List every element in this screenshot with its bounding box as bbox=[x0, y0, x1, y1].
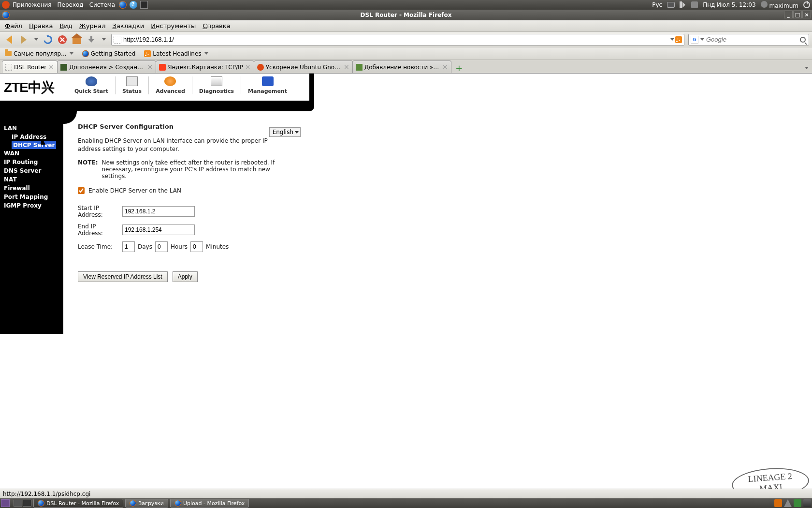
tab-yandex[interactable]: Яндекс.Картинки: TCP/IP × bbox=[156, 60, 254, 73]
lease-time-label: Lease Time: bbox=[78, 243, 122, 250]
tab-news[interactable]: Добавление новости » Li... × bbox=[352, 60, 451, 73]
message-indicator-icon[interactable] bbox=[691, 1, 698, 8]
downloads-button[interactable] bbox=[85, 33, 98, 46]
forward-button[interactable] bbox=[17, 33, 30, 46]
menu-history[interactable]: Журнал bbox=[76, 21, 109, 30]
menu-view[interactable]: Вид bbox=[57, 21, 75, 30]
apply-button[interactable]: Apply bbox=[173, 271, 198, 282]
clock[interactable]: Пнд Июл 5, 12:03 bbox=[703, 1, 755, 8]
window-minimize-button[interactable]: _ bbox=[784, 11, 793, 18]
sidebar-item-port-mapping[interactable]: Port Mapping bbox=[4, 193, 63, 201]
tray-icon-3[interactable] bbox=[794, 499, 801, 507]
keyboard-icon[interactable] bbox=[667, 2, 675, 8]
feed-icon[interactable] bbox=[675, 36, 682, 43]
sidebar-item-igmp-proxy[interactable]: IGMP Proxy bbox=[4, 201, 63, 210]
tabs-overflow-button[interactable] bbox=[802, 62, 810, 73]
language-select[interactable]: English bbox=[269, 127, 301, 137]
workspace-1[interactable] bbox=[14, 500, 22, 507]
nav-management[interactable]: Management bbox=[241, 76, 294, 94]
bookmark-latest-headlines[interactable]: Latest Headlines bbox=[142, 49, 210, 58]
sidebar-item-dhcp-server[interactable]: DHCP Server bbox=[12, 141, 56, 149]
nav-quick-start[interactable]: Quick Start bbox=[68, 76, 116, 94]
lease-days-input[interactable] bbox=[122, 241, 135, 252]
bookmark-popular[interactable]: Самые популяр... bbox=[3, 49, 75, 58]
tab-close-button[interactable]: × bbox=[344, 64, 349, 70]
menu-edit[interactable]: Правка bbox=[26, 21, 56, 30]
search-icon[interactable] bbox=[800, 37, 806, 43]
lease-minutes-input[interactable] bbox=[190, 241, 203, 252]
sidebar-item-ip-address[interactable]: IP Address bbox=[4, 133, 63, 141]
power-icon[interactable] bbox=[803, 1, 810, 8]
start-ip-input[interactable] bbox=[122, 206, 195, 217]
window-app-icon bbox=[2, 11, 10, 19]
home-button[interactable] bbox=[71, 33, 83, 46]
download-icon bbox=[88, 36, 95, 43]
nav-label: Diagnostics bbox=[199, 88, 234, 94]
reload-button[interactable] bbox=[42, 33, 54, 46]
user-menu[interactable]: maximum bbox=[761, 1, 798, 9]
show-desktop-button[interactable] bbox=[1, 499, 10, 507]
management-icon bbox=[262, 76, 274, 86]
tab-favicon bbox=[257, 64, 264, 71]
sidebar-item-firewall[interactable]: Firewall bbox=[4, 184, 63, 193]
tray-icon-1[interactable] bbox=[774, 499, 782, 507]
trash-icon[interactable] bbox=[803, 499, 811, 507]
end-ip-input[interactable] bbox=[122, 224, 195, 235]
url-input[interactable] bbox=[123, 36, 669, 43]
search-bar[interactable]: G bbox=[688, 34, 809, 45]
tab-close-button[interactable]: × bbox=[48, 64, 54, 70]
task-firefox-upload[interactable]: Upload - Mozilla Firefox bbox=[170, 499, 249, 508]
nav-advanced[interactable]: Advanced bbox=[149, 76, 192, 94]
monitor-launcher-icon[interactable] bbox=[140, 1, 148, 9]
url-bar[interactable] bbox=[111, 34, 684, 45]
sidebar-item-ip-routing[interactable]: IP Routing bbox=[4, 158, 63, 166]
new-tab-button[interactable]: + bbox=[454, 62, 464, 73]
menu-bookmarks[interactable]: Закладки bbox=[110, 21, 147, 30]
sidebar-item-wan[interactable]: WAN bbox=[4, 149, 63, 158]
sidebar-item-lan[interactable]: LAN bbox=[4, 124, 63, 133]
start-ip-label: Start IP Address: bbox=[78, 205, 122, 218]
menu-places[interactable]: Переход bbox=[58, 1, 84, 8]
back-button[interactable] bbox=[3, 33, 15, 46]
workspace-switcher[interactable] bbox=[14, 500, 31, 507]
search-engine-icon[interactable]: G bbox=[691, 36, 698, 44]
keyboard-indicator[interactable]: Рус bbox=[652, 1, 662, 8]
tab-ubuntu[interactable]: Ускорение Ubuntu Gnome... × bbox=[254, 60, 353, 73]
task-downloads[interactable]: Загрузки bbox=[125, 499, 168, 508]
menu-help[interactable]: Справка bbox=[200, 21, 233, 30]
volume-icon[interactable] bbox=[680, 1, 686, 8]
nav-status[interactable]: Status bbox=[116, 76, 149, 94]
stop-button[interactable] bbox=[56, 33, 69, 46]
window-close-button[interactable]: × bbox=[802, 11, 811, 18]
tab-addons[interactable]: Дополнения > Создание... × bbox=[57, 60, 156, 73]
sidebar-item-dns-server[interactable]: DNS Server bbox=[4, 166, 63, 175]
tab-close-button[interactable]: × bbox=[442, 64, 448, 70]
site-identity-icon[interactable] bbox=[114, 36, 121, 44]
menu-system[interactable]: Система bbox=[89, 1, 116, 8]
enable-dhcp-checkbox[interactable] bbox=[78, 187, 85, 194]
workspace-2[interactable] bbox=[23, 500, 31, 507]
help-launcher-icon[interactable] bbox=[130, 1, 137, 9]
window-maximize-button[interactable]: □ bbox=[793, 11, 802, 18]
firefox-launcher-icon[interactable] bbox=[119, 1, 127, 9]
search-engine-dropdown-icon[interactable] bbox=[700, 38, 704, 41]
view-reserved-button[interactable]: View Reserved IP Address List bbox=[78, 271, 168, 282]
downloads-dropdown-button[interactable] bbox=[100, 33, 107, 46]
history-dropdown-button[interactable] bbox=[32, 33, 40, 46]
menu-file[interactable]: Файл bbox=[2, 21, 25, 30]
menu-applications[interactable]: Приложения bbox=[13, 1, 52, 8]
url-dropdown-icon[interactable] bbox=[670, 38, 674, 41]
search-input[interactable] bbox=[706, 36, 798, 43]
nav-diagnostics[interactable]: Diagnostics bbox=[192, 76, 241, 94]
tray-icon-2[interactable] bbox=[784, 499, 792, 507]
tab-close-button[interactable]: × bbox=[245, 64, 251, 70]
tab-dsl-router[interactable]: DSL Router × bbox=[2, 60, 58, 73]
task-firefox-router[interactable]: DSL Router - Mozilla Firefox bbox=[33, 499, 123, 508]
bookmark-getting-started[interactable]: Getting Started bbox=[80, 49, 138, 58]
menu-tools[interactable]: Инструменты bbox=[148, 21, 199, 30]
window-titlebar: DSL Router - Mozilla Firefox _ □ × bbox=[0, 10, 812, 20]
sidebar-item-nat[interactable]: NAT bbox=[4, 175, 63, 184]
tab-close-button[interactable]: × bbox=[147, 64, 153, 70]
firefox-icon bbox=[130, 500, 136, 507]
lease-hours-input[interactable] bbox=[155, 241, 168, 252]
